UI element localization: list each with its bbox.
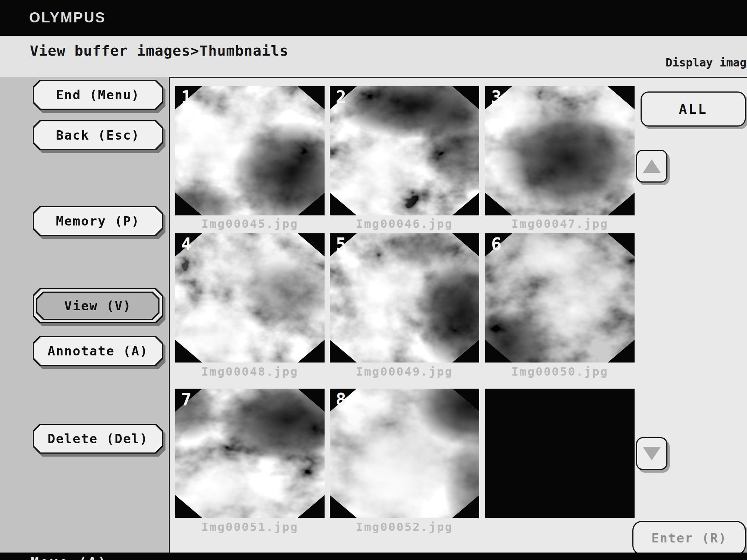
thumbnails-panel: 1 Img00045.jpg 2	[169, 77, 747, 554]
empty-thumbnail-slot	[485, 389, 635, 518]
thumbnail-tile-5[interactable]: 5	[330, 233, 479, 363]
back-esc-label: Back (Esc)	[34, 121, 162, 149]
bottom-bar-partial-text: Move (A)	[31, 554, 107, 560]
up-arrow-icon	[643, 159, 661, 173]
memory-label: Memory (P)	[34, 207, 162, 235]
endoscopy-image-5	[330, 233, 479, 363]
delete-button[interactable]: Delete (Del)	[33, 424, 163, 454]
end-menu-label: End (Menu)	[34, 81, 162, 109]
thumbnail-filename: Img00048.jpg	[175, 365, 325, 378]
thumbnail-number: 5	[336, 235, 346, 254]
thumbnail-number: 7	[181, 390, 192, 409]
endoscopy-image-6	[485, 233, 635, 363]
thumbnail-number: 8	[336, 390, 346, 409]
view-label: View (V)	[37, 293, 158, 319]
breadcrumb: View buffer images>Thumbnails	[30, 43, 288, 59]
thumbnail-filename: Img00049.jpg	[330, 365, 479, 378]
thumbnail-tile-3[interactable]: 3	[485, 86, 635, 215]
thumbnail-tile-1[interactable]: 1	[175, 86, 325, 215]
memory-button[interactable]: Memory (P)	[33, 206, 163, 236]
endoscopy-image-3	[485, 86, 635, 215]
end-menu-button[interactable]: End (Menu)	[33, 80, 163, 110]
thumbnail-filename: Img00052.jpg	[330, 520, 479, 533]
endoscopy-image-4	[175, 233, 325, 363]
thumbnail-number: 3	[491, 88, 502, 107]
down-arrow-icon	[643, 447, 661, 460]
thumbnail-filename: Img00046.jpg	[330, 217, 479, 230]
endoscopy-image-2	[330, 86, 479, 215]
thumbnail-tile-7[interactable]: 7	[175, 389, 325, 518]
scroll-up-button[interactable]	[636, 150, 667, 183]
thumbnail-filename: Img00050.jpg	[485, 365, 635, 378]
enter-button[interactable]: Enter (R)	[632, 521, 746, 555]
thumbnail-filename: Img00045.jpg	[175, 217, 325, 230]
thumbnail-filename: Img00051.jpg	[175, 520, 325, 533]
all-button[interactable]: ALL	[641, 91, 746, 127]
top-bar: OLYMPUS	[0, 0, 747, 36]
breadcrumb-band: View buffer images>Thumbnails Display im…	[0, 36, 747, 77]
thumbnail-number: 1	[181, 88, 192, 107]
scroll-down-button[interactable]	[636, 437, 667, 470]
thumbnail-number: 4	[181, 235, 192, 254]
endoscopy-image-1	[175, 86, 325, 215]
bottom-bar: Move (A)	[0, 553, 747, 560]
back-esc-button[interactable]: Back (Esc)	[33, 120, 163, 150]
thumbnail-tile-2[interactable]: 2	[330, 86, 479, 215]
thumbnail-tile-6[interactable]: 6	[485, 233, 635, 363]
olympus-endoscopy-screen: OLYMPUS View buffer images>Thumbnails Di…	[0, 0, 747, 560]
thumbnail-tile-4[interactable]: 4	[175, 233, 325, 363]
view-button-selected[interactable]: View (V)	[33, 288, 163, 323]
thumbnail-tile-8[interactable]: 8	[330, 389, 479, 518]
delete-label: Delete (Del)	[34, 425, 162, 452]
olympus-logo: OLYMPUS	[29, 10, 106, 26]
annotate-button[interactable]: Annotate (A)	[33, 336, 163, 366]
thumbnail-filename: Img00047.jpg	[485, 217, 635, 230]
display-image-label: Display image	[666, 56, 747, 69]
thumbnail-number: 2	[336, 88, 346, 107]
sidebar: End (Menu) Back (Esc) Memory (P) View (V…	[0, 77, 169, 553]
endoscopy-image-8	[330, 389, 479, 518]
thumbnail-number: 6	[491, 235, 502, 254]
annotate-label: Annotate (A)	[34, 337, 162, 365]
endoscopy-image-7	[175, 389, 325, 518]
